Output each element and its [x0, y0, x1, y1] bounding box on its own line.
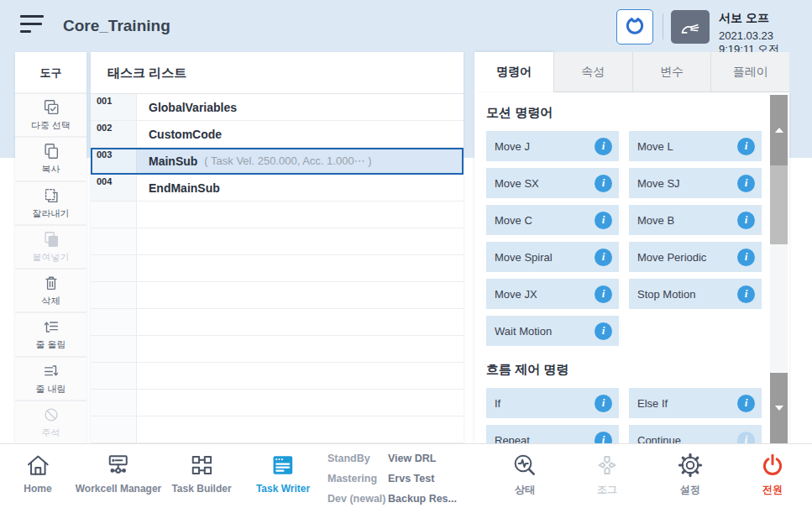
tool-label: 줄 내림 [35, 383, 65, 395]
scrollbar-track[interactable] [770, 244, 788, 373]
motion-command-grid: Move J Move L Move SX Move SJ Move C Mov… [486, 131, 789, 346]
tab-properties[interactable]: 속성 [553, 52, 632, 92]
info-icon[interactable] [737, 285, 755, 303]
task-row-name: MainSub [149, 154, 197, 168]
jog-icon [594, 452, 621, 479]
task-row[interactable]: 001 GlobalVariables [91, 94, 464, 121]
tool-delete[interactable]: 삭제 [15, 270, 86, 313]
task-builder-icon [188, 452, 215, 479]
info-icon[interactable] [595, 285, 612, 303]
nav-workcell-manager[interactable]: Workcell Manager [76, 452, 161, 495]
command-button-move-j[interactable]: Move J [486, 131, 619, 161]
tool-cut[interactable]: 잘라내기 [15, 182, 86, 226]
command-button-move-c[interactable]: Move C [486, 205, 619, 235]
command-button-move-periodic[interactable]: Move Periodic [629, 242, 762, 272]
info-icon[interactable] [595, 138, 612, 155]
scroll-up-icon[interactable] [770, 95, 788, 165]
nav-status[interactable]: 상태 [511, 452, 538, 497]
tool-label: 삭제 [42, 295, 60, 307]
delete-icon [42, 274, 60, 292]
page-title: Core_Training [63, 0, 170, 52]
tool-label: 주석 [42, 427, 60, 439]
task-row-empty [91, 336, 464, 363]
copy-icon [42, 142, 60, 160]
nav-jog: 조그 [594, 452, 621, 497]
command-button-move-jx[interactable]: Move JX [486, 279, 619, 309]
info-icon[interactable] [595, 395, 612, 412]
command-button-move-sx[interactable]: Move SX [486, 168, 619, 198]
task-row-name: CustomCode [149, 128, 222, 141]
command-list: 모션 명령어 Move J Move L Move SX Move SJ Mov… [474, 92, 789, 443]
command-button-move-spiral[interactable]: Move Spiral [486, 242, 619, 272]
info-icon[interactable] [595, 175, 612, 192]
robot-mode-button[interactable] [616, 9, 653, 45]
nav-power[interactable]: 전원 [759, 452, 786, 497]
nav-task-writer[interactable]: Task Writer [256, 452, 310, 495]
task-row[interactable]: 002 CustomCode [91, 121, 464, 148]
task-row[interactable]: 004 EndMainSub [91, 175, 464, 202]
ervs-test-link[interactable]: Ervs Test [388, 469, 457, 489]
tab-commands[interactable]: 명령어 [474, 52, 553, 92]
tool-label: 잘라내기 [33, 207, 70, 220]
task-list-title: 태스크 리스트 [91, 52, 464, 94]
nav-home[interactable]: Home [24, 452, 51, 495]
tool-label: 붙여넣기 [33, 251, 70, 264]
line-down-icon [42, 362, 60, 380]
home-icon [24, 452, 51, 479]
command-panel-tabs: 명령어 속성 변수 플레이 [474, 52, 789, 92]
command-button-repeat[interactable]: Repeat [486, 425, 619, 443]
tool-multi-select[interactable]: 다중 선택 [15, 94, 86, 138]
tool-copy[interactable]: 복사 [15, 138, 86, 181]
command-button-wait-motion[interactable]: Wait Motion [486, 316, 619, 346]
status-icon [511, 452, 538, 479]
tool-label: 줄 올림 [35, 338, 65, 351]
tab-variables[interactable]: 변수 [632, 52, 711, 92]
task-row-empty [91, 282, 464, 309]
robot-arm-icon[interactable] [671, 10, 710, 44]
tool-line-up[interactable]: 줄 올림 [15, 313, 86, 357]
scroll-down-icon[interactable] [770, 373, 788, 443]
scrollbar-thumb[interactable] [770, 165, 788, 244]
info-icon[interactable] [737, 175, 755, 192]
task-row-number: 004 [91, 175, 137, 201]
info-icon[interactable] [595, 212, 612, 229]
tool-paste: 붙여넣기 [15, 226, 86, 270]
multi-select-icon [42, 98, 60, 117]
view-drl-link[interactable]: View DRL [388, 448, 457, 469]
info-icon[interactable] [595, 249, 612, 266]
command-button-if[interactable]: If [486, 388, 619, 418]
command-button-move-l[interactable]: Move L [629, 131, 762, 161]
task-row-name: EndMainSub [149, 181, 220, 195]
command-button-else-if[interactable]: Else If [629, 388, 762, 418]
info-icon[interactable] [595, 432, 612, 444]
command-button-move-sj[interactable]: Move SJ [629, 168, 762, 198]
info-icon[interactable] [737, 249, 755, 266]
flow-section-title: 흐름 제어 명령 [486, 362, 789, 378]
task-row-empty [91, 416, 464, 443]
tab-play[interactable]: 플레이 [710, 52, 789, 92]
command-scrollbar [770, 95, 788, 443]
menu-icon[interactable] [20, 15, 44, 37]
tool-line-down[interactable]: 줄 내림 [15, 358, 86, 401]
mode-status-column: StandBy Mastering Dev (newal) [327, 448, 385, 508]
task-row-selected[interactable]: 003 MainSub ( Task Vel. 250.000, Acc. 1.… [91, 148, 464, 175]
tool-label: 복사 [42, 163, 60, 175]
servo-status-block: 서보 오프 2021.03.23 9:19:11 오전 [719, 11, 812, 57]
mode-text: StandBy [327, 448, 385, 469]
info-icon[interactable] [737, 395, 755, 412]
backup-restore-link[interactable]: Backup Res... [388, 489, 457, 508]
task-row-empty [91, 228, 464, 255]
nav-settings[interactable]: 설정 [677, 452, 704, 497]
command-button-move-b[interactable]: Move B [629, 205, 762, 235]
info-icon[interactable] [737, 138, 755, 155]
paste-icon [42, 230, 60, 249]
command-panel: 명령어 속성 변수 플레이 모션 명령어 Move J Move L Move … [474, 52, 789, 443]
nav-task-builder[interactable]: Task Builder [171, 452, 231, 495]
tools-sidebar: 도구 다중 선택 복사 잘라내기 붙여넣기 삭제 [15, 52, 86, 443]
command-button-stop-motion[interactable]: Stop Motion [629, 279, 762, 309]
info-icon[interactable] [737, 212, 755, 229]
tool-comment: 주석 [15, 401, 86, 443]
command-button-continue[interactable]: Continue [629, 425, 762, 443]
task-row-number: 001 [91, 94, 137, 120]
info-icon[interactable] [595, 322, 612, 340]
